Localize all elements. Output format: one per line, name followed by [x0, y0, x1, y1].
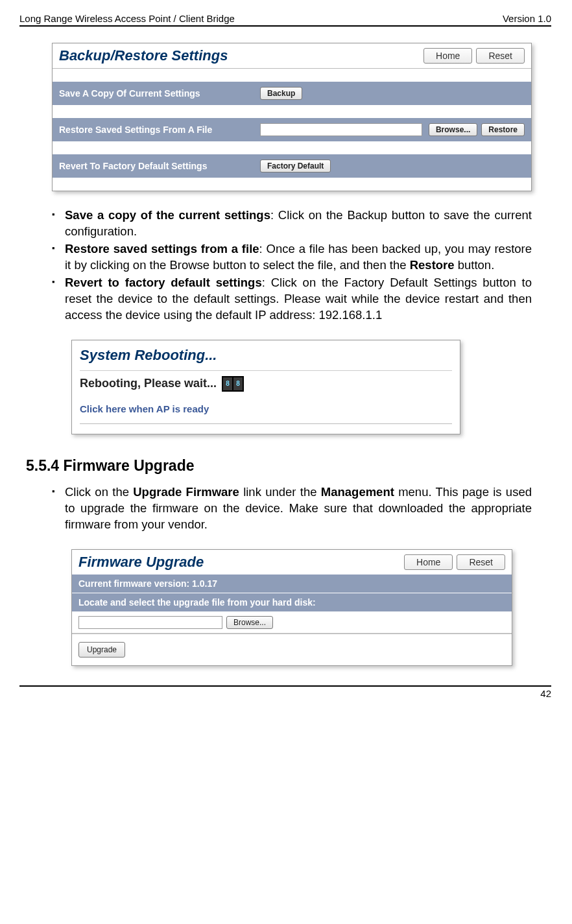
- label-save: Save A Copy Of Current Settings: [59, 88, 260, 99]
- home-button[interactable]: Home: [423, 48, 472, 64]
- label-revert: Revert To Factory Default Settings: [59, 161, 260, 171]
- ap-ready-link[interactable]: Click here when AP is ready: [80, 397, 452, 423]
- panel-title: Backup/Restore Settings: [59, 47, 420, 64]
- fw-version-row: Current firmware version: 1.0.17: [72, 575, 512, 593]
- reset-button[interactable]: Reset: [457, 554, 505, 570]
- reboot-wait-row: Rebooting, Please wait... 88: [80, 370, 452, 397]
- page-number: 42: [540, 688, 551, 699]
- restore-button[interactable]: Restore: [481, 123, 525, 136]
- fw-locate-row: Locate and select the upgrade file from …: [72, 593, 512, 612]
- row-save-settings: Save A Copy Of Current Settings Backup: [53, 82, 531, 105]
- row-restore-file: Restore Saved Settings From A File Brows…: [53, 118, 531, 141]
- backup-restore-panel: Backup/Restore Settings Home Reset Save …: [52, 43, 532, 191]
- reboot-panel: System Rebooting... Rebooting, Please wa…: [71, 340, 460, 434]
- label-restore: Restore Saved Settings From A File: [59, 124, 260, 135]
- browse-button[interactable]: Browse...: [226, 616, 273, 629]
- reset-button[interactable]: Reset: [476, 48, 525, 64]
- list-item: Save a copy of the current settings: Cli…: [52, 207, 532, 240]
- reboot-title: System Rebooting...: [80, 347, 452, 364]
- list-item: Revert to factory default settings: Clic…: [52, 275, 532, 324]
- header-left: Long Range Wireless Access Point / Clien…: [19, 13, 235, 24]
- fw-panel-title: Firmware Upgrade: [78, 554, 400, 571]
- factory-default-button[interactable]: Factory Default: [260, 160, 331, 172]
- page-footer: 42: [19, 685, 551, 699]
- list-item: Click on the Upgrade Firmware link under…: [52, 484, 532, 533]
- row-factory-default: Revert To Factory Default Settings Facto…: [53, 154, 531, 178]
- doc-header: Long Range Wireless Access Point / Clien…: [19, 13, 551, 27]
- fw-file-row: Browse...: [72, 612, 512, 634]
- header-right: Version 1.0: [503, 13, 551, 24]
- firmware-upgrade-panel: Firmware Upgrade Home Reset Current firm…: [71, 549, 512, 666]
- browse-button[interactable]: Browse...: [429, 123, 477, 136]
- section-heading: 5.5.4 Firmware Upgrade: [26, 457, 551, 475]
- upgrade-button[interactable]: Upgrade: [78, 642, 125, 657]
- fw-file-input[interactable]: [78, 616, 222, 629]
- file-path-input[interactable]: [260, 123, 422, 136]
- instruction-list: Save a copy of the current settings: Cli…: [19, 207, 532, 324]
- backup-button[interactable]: Backup: [260, 87, 302, 100]
- list-item: Restore saved settings from a file: Once…: [52, 241, 532, 274]
- timer-icon: 88: [222, 376, 244, 392]
- home-button[interactable]: Home: [404, 554, 453, 570]
- firmware-instruction-list: Click on the Upgrade Firmware link under…: [19, 484, 532, 533]
